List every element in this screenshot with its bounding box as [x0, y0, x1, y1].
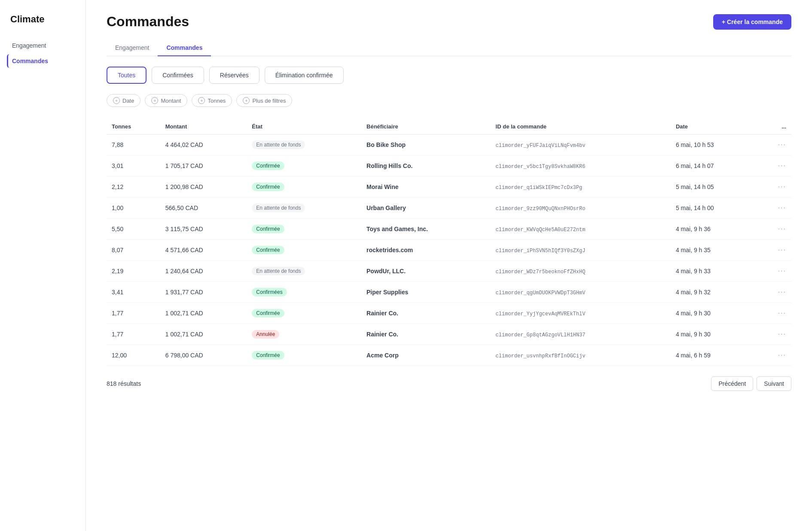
- cell-more-options[interactable]: ···: [758, 282, 791, 303]
- table-row[interactable]: 3,41 1 931,77 CAD Confirmées Piper Suppl…: [107, 282, 791, 303]
- filter-elimination[interactable]: Élimination confirmée: [265, 67, 344, 84]
- next-button[interactable]: Suivant: [757, 376, 791, 391]
- cell-order-id: climorder_qgUmDUOKPVWDpT3GHmV: [491, 282, 671, 303]
- cell-etat: En attente de fonds: [247, 198, 361, 219]
- cell-tonnes: 1,00: [107, 198, 160, 219]
- status-filter-row: Toutes Confirmées Réservées Élimination …: [107, 67, 791, 84]
- more-options-icon[interactable]: ···: [778, 330, 786, 338]
- cell-montant: 4 571,66 CAD: [160, 240, 247, 261]
- tab-commandes[interactable]: Commandes: [158, 40, 211, 56]
- cell-order-id: climorder_9zz90MQuQNxnPHOsrRo: [491, 198, 671, 219]
- cell-more-options[interactable]: ···: [758, 177, 791, 198]
- table-row[interactable]: 5,50 3 115,75 CAD Confirmée Toys and Gam…: [107, 219, 791, 240]
- page-header: Commandes + Créer la commande: [107, 14, 791, 30]
- more-options-icon[interactable]: ···: [778, 246, 786, 253]
- cell-beneficiaire: Toys and Games, Inc.: [361, 219, 491, 240]
- cell-order-id: climorder_q1iWSkIEPmc7cDx3Pg: [491, 177, 671, 198]
- orders-table: Tonnes Montant État Bénéficiaire ID de l…: [107, 119, 791, 366]
- cell-more-options[interactable]: ···: [758, 240, 791, 261]
- cell-order-id: climorder_WDz7r5beoknoFfZHxHQ: [491, 261, 671, 282]
- cell-tonnes: 3,01: [107, 156, 160, 177]
- cell-order-id: climorder_iPhSVN5hIQf3Y0sZXgJ: [491, 240, 671, 261]
- table-row[interactable]: 1,00 566,50 CAD En attente de fonds Urba…: [107, 198, 791, 219]
- sidebar-item-engagement[interactable]: Engagement: [7, 39, 79, 52]
- cell-beneficiaire: Acme Corp: [361, 345, 491, 366]
- page-title: Commandes: [107, 14, 189, 30]
- col-date: Date: [671, 119, 758, 134]
- plus-icon: +: [198, 97, 205, 104]
- cell-montant: 1 931,77 CAD: [160, 282, 247, 303]
- cell-etat: En attente de fonds: [247, 261, 361, 282]
- more-options-icon[interactable]: ···: [778, 267, 786, 275]
- filter-confirmees[interactable]: Confirmées: [152, 67, 204, 84]
- cell-montant: 4 464,02 CAD: [160, 134, 247, 156]
- cell-order-id: climorder_KWVqQcHe5A0uE272ntm: [491, 219, 671, 240]
- cell-date: 4 mai, 9 h 32: [671, 282, 758, 303]
- create-order-button[interactable]: + Créer la commande: [713, 14, 791, 30]
- cell-order-id: climorder_Gp8qtAGzgoVLlH1HN37: [491, 324, 671, 345]
- filter-date-button[interactable]: + Date: [107, 94, 140, 107]
- cell-montant: 1 002,71 CAD: [160, 303, 247, 324]
- sidebar-item-label: Engagement: [12, 42, 46, 49]
- cell-date: 6 mai, 10 h 53: [671, 134, 758, 156]
- col-etat: État: [247, 119, 361, 134]
- more-options-icon[interactable]: ···: [778, 162, 786, 169]
- table-row[interactable]: 8,07 4 571,66 CAD Confirmée rocketrides.…: [107, 240, 791, 261]
- sidebar-item-label: Commandes: [12, 58, 48, 64]
- cell-more-options[interactable]: ···: [758, 134, 791, 156]
- pagination: Précédent Suivant: [711, 376, 791, 391]
- more-options-icon[interactable]: ···: [778, 141, 786, 148]
- more-options-icon[interactable]: ···: [778, 204, 786, 211]
- col-order-id: ID de la commande: [491, 119, 671, 134]
- cell-date: 6 mai, 14 h 07: [671, 156, 758, 177]
- filter-tonnes-button[interactable]: + Tonnes: [192, 94, 232, 107]
- table-row[interactable]: 2,19 1 240,64 CAD En attente de fonds Po…: [107, 261, 791, 282]
- filter-plus-button[interactable]: + Plus de filtres: [236, 94, 292, 107]
- col-beneficiaire: Bénéficiaire: [361, 119, 491, 134]
- plus-icon: +: [243, 97, 250, 104]
- filter-reservees[interactable]: Réservées: [209, 67, 259, 84]
- cell-tonnes: 2,12: [107, 177, 160, 198]
- table-row[interactable]: 12,00 6 798,00 CAD Confirmée Acme Corp c…: [107, 345, 791, 366]
- cell-more-options[interactable]: ···: [758, 198, 791, 219]
- more-options-icon[interactable]: ···: [778, 225, 786, 232]
- more-options-icon[interactable]: ···: [778, 351, 786, 359]
- cell-more-options[interactable]: ···: [758, 261, 791, 282]
- cell-etat: Confirmée: [247, 240, 361, 261]
- cell-etat: Confirmée: [247, 219, 361, 240]
- table-header-row: Tonnes Montant État Bénéficiaire ID de l…: [107, 119, 791, 134]
- cell-beneficiaire: Piper Supplies: [361, 282, 491, 303]
- table-row[interactable]: 1,77 1 002,71 CAD Annulée Rainier Co. cl…: [107, 324, 791, 345]
- cell-more-options[interactable]: ···: [758, 303, 791, 324]
- cell-more-options[interactable]: ···: [758, 219, 791, 240]
- cell-more-options[interactable]: ···: [758, 324, 791, 345]
- cell-beneficiaire: Bo Bike Shop: [361, 134, 491, 156]
- table-row[interactable]: 2,12 1 200,98 CAD Confirmée Morai Wine c…: [107, 177, 791, 198]
- table-row[interactable]: 3,01 1 705,17 CAD Confirmée Rolling Hill…: [107, 156, 791, 177]
- cell-date: 4 mai, 9 h 35: [671, 240, 758, 261]
- table-row[interactable]: 7,88 4 464,02 CAD En attente de fonds Bo…: [107, 134, 791, 156]
- cell-beneficiaire: PowdUr, LLC.: [361, 261, 491, 282]
- sidebar-item-commandes[interactable]: Commandes: [7, 54, 79, 68]
- cell-montant: 1 200,98 CAD: [160, 177, 247, 198]
- cell-tonnes: 12,00: [107, 345, 160, 366]
- filter-toutes[interactable]: Toutes: [107, 67, 147, 84]
- cell-beneficiaire: Urban Gallery: [361, 198, 491, 219]
- cell-beneficiaire: Rainier Co.: [361, 324, 491, 345]
- more-options-icon[interactable]: ···: [778, 309, 786, 317]
- prev-button[interactable]: Précédent: [711, 376, 753, 391]
- more-options-icon[interactable]: ···: [778, 288, 786, 296]
- tab-engagement[interactable]: Engagement: [107, 40, 158, 56]
- cell-montant: 3 115,75 CAD: [160, 219, 247, 240]
- cell-etat: Confirmée: [247, 303, 361, 324]
- table-row[interactable]: 1,77 1 002,71 CAD Confirmée Rainier Co. …: [107, 303, 791, 324]
- cell-beneficiaire: Morai Wine: [361, 177, 491, 198]
- cell-etat: Annulée: [247, 324, 361, 345]
- cell-more-options[interactable]: ···: [758, 156, 791, 177]
- cell-more-options[interactable]: ···: [758, 345, 791, 366]
- cell-order-id: climorder_YyjYgcevAqMVREkThlV: [491, 303, 671, 324]
- filter-montant-button[interactable]: + Montant: [145, 94, 187, 107]
- cell-montant: 1 705,17 CAD: [160, 156, 247, 177]
- cell-tonnes: 5,50: [107, 219, 160, 240]
- more-options-icon[interactable]: ···: [778, 183, 786, 190]
